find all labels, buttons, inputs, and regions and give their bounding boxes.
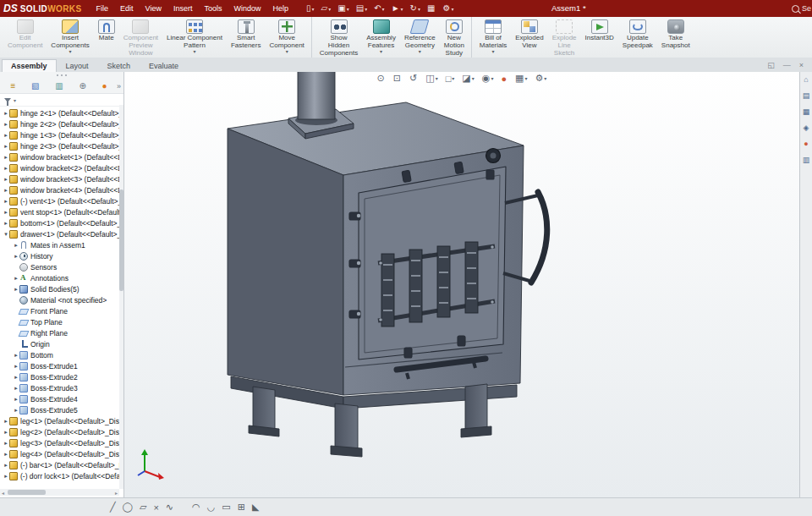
display-style-icon[interactable]: ◪▾ — [462, 73, 474, 84]
tree-item[interactable]: ▸ (-) bar<1> (Default<<Default>_Di — [0, 459, 119, 470]
menu-item[interactable]: File — [91, 0, 115, 17]
tree-item[interactable]: ▸ bottom<1> (Default<<Default>_ — [0, 217, 119, 228]
menu-item[interactable]: View — [140, 0, 167, 17]
tree-item[interactable]: ▸ (-) vent<1> (Default<<Default>_ — [0, 195, 119, 206]
expand-arrow-icon[interactable]: ▾ — [3, 231, 9, 238]
ribbon-button[interactable]: Reference Geometry ▾ — [400, 17, 440, 58]
new-document-icon[interactable]: ▯▾ — [306, 0, 315, 17]
tree-item[interactable]: ▸ Solid Bodies(5) — [0, 283, 119, 294]
tree-item[interactable]: ▸ hinge 2<2> (Default<<Default>_D — [0, 118, 119, 129]
expand-arrow-icon[interactable]: ▸ — [3, 187, 9, 194]
tree-item[interactable]: ▸ leg<1> (Default<<Default>_Displ — [0, 415, 119, 426]
menu-item[interactable]: Window — [228, 0, 267, 17]
rebuild-icon[interactable]: ↻▾ — [410, 0, 420, 17]
tree-item[interactable]: Right Plane — [0, 327, 119, 338]
configuration-manager-tab-icon[interactable]: ▥ — [55, 80, 63, 92]
ribbon-button[interactable]: Instant3D — [581, 17, 618, 58]
expand-arrow-icon[interactable]: ▸ — [3, 132, 9, 139]
ribbon-button[interactable]: Move Component ▾ — [265, 17, 308, 58]
spline-tool-icon[interactable]: ∿ — [166, 502, 173, 513]
menu-item[interactable]: Help — [267, 0, 295, 17]
tree-item[interactable]: ▾ drawer<1> (Default<<Default>_D — [0, 228, 119, 239]
tree-item[interactable]: ▸ (-) dorr lock<1> (Default<<Defau — [0, 470, 119, 481]
tree-item[interactable]: Material <not specified> — [0, 294, 119, 305]
grid-snap-icon[interactable]: ⊞ — [238, 502, 245, 513]
tree-item[interactable]: Origin — [0, 338, 119, 349]
section-view-icon[interactable]: ◫▾ — [425, 73, 437, 84]
ribbon-button[interactable]: Linear Component Pattern ▾ — [162, 17, 227, 58]
appearances-icon[interactable]: ● — [804, 140, 808, 148]
scrollbar-thumb[interactable] — [119, 189, 123, 291]
expand-arrow-icon[interactable]: ▸ — [13, 396, 19, 403]
line-tool-icon[interactable]: ╱ — [110, 502, 116, 513]
expand-arrow-icon[interactable]: ▸ — [3, 440, 9, 447]
minimize-window-icon[interactable]: — — [783, 58, 791, 72]
ribbon-button[interactable]: Smart Fasteners — [227, 17, 266, 58]
tree-item[interactable]: ▸ window bracket<4> (Default<<D — [0, 184, 119, 195]
tree-item[interactable]: ▸ vent stop<1> (Default<<Default> — [0, 206, 119, 217]
tree-item[interactable]: ▸ leg<3> (Default<<Default>_Displ — [0, 437, 119, 448]
expand-arrow-icon[interactable]: ▸ — [3, 209, 9, 216]
stove-assembly-model[interactable] — [124, 72, 799, 497]
expand-arrow-icon[interactable]: ▸ — [3, 154, 9, 161]
arc-tool-icon[interactable]: ◠ — [192, 502, 200, 513]
tree-item[interactable]: ▸ Boss-Extrude5 — [0, 404, 119, 415]
ribbon-button[interactable]: Update Speedpak — [618, 17, 657, 58]
previous-view-icon[interactable]: ↺ — [409, 73, 418, 84]
scrollbar-track[interactable] — [6, 490, 113, 495]
filter-icon[interactable] — [4, 98, 11, 102]
ribbon-button[interactable]: Take Snapshot — [657, 17, 694, 58]
tree-item[interactable]: Top Plane — [0, 316, 119, 327]
tree-horizontal-scrollbar[interactable]: ◂ ▸ — [0, 489, 119, 496]
view-orientation-icon[interactable]: □▾ — [446, 74, 455, 84]
options-icon[interactable]: ⚙▾ — [442, 0, 453, 17]
tree-item[interactable]: ▸ Boss-Extrude2 — [0, 371, 119, 382]
restore-window-icon[interactable]: ◱ — [767, 58, 775, 72]
ribbon-button[interactable]: Bill of Materials ▾ — [471, 17, 511, 58]
tree-item[interactable]: Front Plane — [0, 305, 119, 316]
expand-tabs-icon[interactable]: » — [117, 82, 121, 91]
filter-caret-icon[interactable]: ▾ — [14, 97, 16, 103]
tree-item[interactable]: ▸ hinge 1<3> (Default<<Default>_D — [0, 129, 119, 140]
search-box[interactable]: Se — [792, 0, 812, 17]
expand-arrow-icon[interactable]: ▸ — [3, 462, 9, 469]
scrollbar-thumb[interactable] — [8, 490, 46, 495]
dimxpert-manager-tab-icon[interactable]: ⊕ — [79, 80, 85, 92]
view-palette-icon[interactable]: ◈ — [804, 124, 809, 132]
ribbon-button[interactable]: Insert Components ▾ — [47, 17, 93, 58]
menu-item[interactable]: Insert — [167, 0, 199, 17]
command-tab[interactable]: Evaluate — [140, 59, 188, 72]
save-icon[interactable]: ▣▾ — [337, 0, 348, 17]
custom-properties-icon[interactable]: ▥ — [803, 156, 810, 164]
graphics-area[interactable]: ⊙⊡↺◫▾□▾◪▾◉▾●▦▾⚙▾ — [124, 72, 799, 497]
expand-arrow-icon[interactable]: ▸ — [3, 220, 9, 227]
expand-arrow-icon[interactable]: ▸ — [3, 451, 9, 458]
expand-arrow-icon[interactable]: ▸ — [3, 198, 9, 205]
ribbon-button[interactable]: Assembly Features ▾ — [362, 17, 400, 58]
tree-item[interactable]: ▸ leg<4> (Default<<Default>_Displ — [0, 448, 119, 459]
ribbon-button[interactable]: Mate — [94, 17, 119, 58]
undo-icon[interactable]: ↶▾ — [374, 0, 384, 17]
command-tab[interactable]: Assembly — [2, 59, 57, 72]
corner-rectangle-tool-icon[interactable]: ◣ — [252, 502, 259, 513]
file-explorer-icon[interactable]: ▦ — [803, 107, 810, 116]
expand-arrow-icon[interactable]: ▸ — [3, 473, 9, 480]
expand-arrow-icon[interactable]: ▸ — [3, 110, 9, 117]
circle-tool-icon[interactable]: ◯ — [123, 502, 133, 513]
tree-item[interactable]: ▸ hinge 2<3> (Default<<Default>_D — [0, 140, 119, 151]
feature-manager-tab-icon[interactable]: ≡ — [10, 80, 15, 92]
expand-arrow-icon[interactable]: ▸ — [13, 363, 19, 370]
tree-item[interactable]: ▸ Boss-Extrude3 — [0, 382, 119, 393]
ribbon-button[interactable]: Explode Line Sketch — [548, 17, 581, 58]
scroll-right-icon[interactable]: ▸ — [113, 490, 119, 496]
tree-item[interactable]: ▸ window bracket<3> (Default<<D — [0, 173, 119, 184]
polygon-tool-icon[interactable]: ▱ — [140, 502, 146, 513]
tangent-arc-tool-icon[interactable]: ◡ — [207, 502, 216, 513]
expand-arrow-icon[interactable]: ▸ — [3, 418, 9, 425]
expand-arrow-icon[interactable]: ▸ — [3, 429, 9, 436]
tree-item[interactable]: ▸ Bottom — [0, 349, 119, 360]
panel-splitter[interactable] — [0, 72, 123, 79]
edit-appearance-icon[interactable]: ● — [501, 74, 508, 84]
display-manager-tab-icon[interactable]: ● — [102, 80, 107, 92]
close-window-icon[interactable]: × — [799, 58, 804, 72]
